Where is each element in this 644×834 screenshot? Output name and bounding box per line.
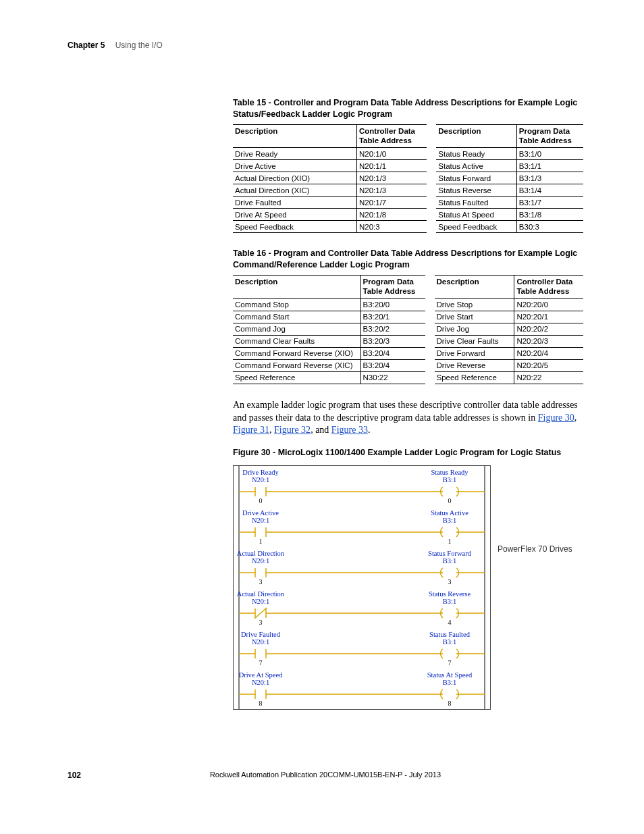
table-row: Drive Stop N20:20/0	[435, 298, 584, 311]
page-footer: 102 Rockwell Automation Publication 20CO…	[68, 771, 583, 779]
col-head: Controller Data Table Address	[514, 276, 583, 299]
cell: N20:20/5	[514, 359, 583, 371]
cell: B3:1/1	[516, 160, 583, 172]
cell: N20:1/8	[356, 209, 427, 221]
cell: Command Stop	[233, 298, 360, 311]
cell: Status Faulted	[436, 197, 516, 209]
table-row: Speed Reference N20:22	[435, 371, 584, 384]
table15-right-body: Status Ready B3:1/0 Status Active B3:1/1…	[436, 148, 583, 233]
table16-left: Description Program Data Table Address C…	[233, 275, 425, 384]
link-figure31[interactable]: Figure 31	[233, 425, 269, 435]
rung-left-bit: 7	[254, 659, 267, 667]
figure-side-note: PowerFlex 70 Drives	[498, 544, 572, 554]
cell: Speed Reference	[435, 371, 514, 384]
table-row: Speed Feedback B30:3	[436, 221, 583, 233]
link-figure33[interactable]: Figure 33	[331, 425, 368, 435]
cell: N20:1/7	[356, 197, 427, 209]
col-head: Description	[233, 276, 360, 299]
cell: B3:20/1	[360, 311, 425, 323]
cell: B3:1/4	[516, 184, 583, 197]
table15-right: Description Program Data Table Address S…	[436, 124, 583, 234]
cell: Speed Feedback	[436, 221, 516, 233]
rung-right-bit: 3	[443, 578, 456, 585]
cell: Drive Reverse	[435, 359, 514, 371]
ladder-diagram: Drive ReadyN20:1 0 Status ReadyB3:1 0 Dr…	[233, 465, 491, 710]
rung-left-label: Drive At SpeedN20:1	[230, 671, 291, 686]
rung-right-bit: 4	[443, 619, 456, 626]
figure30-title: Figure 30 - MicroLogix 1100/1400 Example…	[233, 448, 583, 457]
rung-right-label: Status ForwardB3:1	[416, 550, 483, 565]
cell: N20:20/3	[514, 335, 583, 347]
table-row: Command Forward Reverse (XIC) B3:20/4	[233, 359, 425, 371]
page-header: Chapter 5 Using the I/O	[68, 41, 583, 50]
cell: Command Forward Reverse (XIC)	[233, 359, 360, 371]
cell: N20:20/0	[514, 298, 583, 311]
cell: B3:20/0	[360, 298, 425, 311]
col-head: Description	[435, 276, 514, 299]
cell: B3:20/4	[360, 359, 425, 371]
cell: N20:1/3	[356, 184, 427, 197]
cell: N20:20/1	[514, 311, 583, 323]
table16-right-body: Drive Stop N20:20/0 Drive Start N20:20/1…	[435, 298, 584, 384]
ladder-rung: Drive At SpeedN20:1 8 Status At SpeedB3:…	[234, 669, 490, 709]
link-figure30[interactable]: Figure 30	[538, 413, 574, 423]
cell: B3:1/8	[516, 209, 583, 221]
table-row: Drive Faulted N20:1/7	[233, 197, 427, 209]
table-row: Status Active B3:1/1	[436, 160, 583, 172]
table-row: Drive At Speed N20:1/8	[233, 209, 427, 221]
rung-left-bit: 0	[254, 497, 267, 504]
table-row: Status Faulted B3:1/7	[436, 197, 583, 209]
cell: Status Active	[436, 160, 516, 172]
table16-right: Description Controller Data Table Addres…	[435, 275, 584, 384]
table-row: Command Start B3:20/1	[233, 311, 425, 323]
table-row: Drive Active N20:1/1	[233, 160, 427, 172]
publication-line: Rockwell Automation Publication 20COMM-U…	[210, 771, 441, 779]
cell: Status At Speed	[436, 209, 516, 221]
table16-left-body: Command Stop B3:20/0 Command Start B3:20…	[233, 298, 425, 384]
table-row: Status Reverse B3:1/4	[436, 184, 583, 197]
rung-left-bit: 3	[254, 619, 267, 626]
table16-title: Table 16 - Program and Controller Data T…	[233, 248, 583, 271]
link-figure32[interactable]: Figure 32	[274, 425, 311, 435]
rung-left-bit: 1	[254, 538, 267, 545]
chapter-title: Using the I/O	[115, 41, 163, 50]
body-paragraph: An example ladder logic program that use…	[233, 399, 583, 438]
page-number: 102	[68, 771, 81, 780]
rung-right-bit: 8	[443, 700, 456, 707]
cell: Drive Forward	[435, 347, 514, 359]
col-head: Description	[233, 124, 356, 148]
col-head: Controller Data Table Address	[356, 124, 427, 148]
svg-line-26	[254, 608, 267, 619]
table15-left: Description Controller Data Table Addres…	[233, 124, 427, 234]
rung-left-label: Drive FaultedN20:1	[230, 631, 291, 646]
ladder-rung: Drive ActiveN20:1 1 Status ActiveB3:1 1	[234, 506, 490, 547]
table-row: Drive Clear Faults N20:20/3	[435, 335, 584, 347]
rung-left-bit: 3	[254, 578, 267, 585]
cell: B3:1/7	[516, 197, 583, 209]
cell: N20:20/4	[514, 347, 583, 359]
col-head: Program Data Table Address	[360, 276, 425, 299]
cell: Command Forward Reverse (XIO)	[233, 347, 360, 359]
col-head: Program Data Table Address	[516, 124, 583, 148]
ladder-rung: Drive ReadyN20:1 0 Status ReadyB3:1 0	[234, 466, 490, 506]
table-row: Command Forward Reverse (XIO) B3:20/4	[233, 347, 425, 359]
cell: B3:1/3	[516, 172, 583, 184]
cell: Drive Ready	[233, 148, 356, 160]
cell: B3:1/0	[516, 148, 583, 160]
cell: N30:22	[360, 371, 425, 384]
cell: B30:3	[516, 221, 583, 233]
cell: B3:20/3	[360, 335, 425, 347]
cell: B3:20/2	[360, 323, 425, 335]
rung-left-bit: 8	[254, 700, 267, 707]
cell: Status Ready	[436, 148, 516, 160]
table-row: Speed Feedback N20:3	[233, 221, 427, 233]
table-row: Actual Direction (XIC) N20:1/3	[233, 184, 427, 197]
cell: Drive Stop	[435, 298, 514, 311]
cell: Command Start	[233, 311, 360, 323]
cell: Command Jog	[233, 323, 360, 335]
cell: Command Clear Faults	[233, 335, 360, 347]
cell: Speed Reference	[233, 371, 360, 384]
rung-right-label: Status ReverseB3:1	[416, 590, 483, 605]
table-row: Drive Forward N20:20/4	[435, 347, 584, 359]
ladder-rung: Actual DirectionN20:1 3 Status ReverseB3…	[234, 588, 490, 628]
